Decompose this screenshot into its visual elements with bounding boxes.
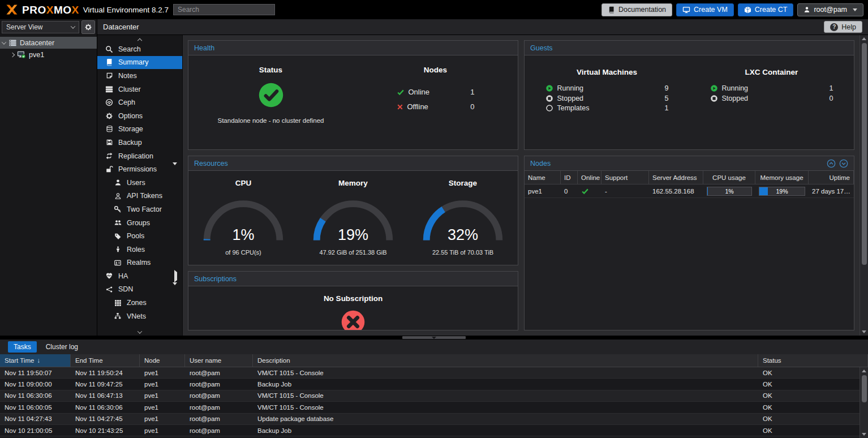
help-button[interactable]: ? Help <box>824 21 862 33</box>
panel-splitter[interactable] <box>0 336 868 340</box>
menu-scroll-up[interactable] <box>97 35 182 42</box>
scroll-thumb[interactable] <box>862 43 867 265</box>
tasks-col-user-name[interactable]: User name <box>185 354 253 367</box>
cross-icon <box>397 104 403 110</box>
tasks-col-end-time[interactable]: End Time <box>71 354 140 367</box>
guest-row-label: Templates <box>557 104 590 112</box>
tasks-panel: TasksCluster log Start Time↓End TimeNode… <box>0 340 868 438</box>
task-cell: Nov 10 21:00:05 <box>0 425 71 436</box>
menu-item-realms[interactable]: Realms <box>97 256 182 270</box>
menu-item-cluster[interactable]: Cluster <box>97 83 182 96</box>
main-scrollbar[interactable] <box>860 35 868 336</box>
menu-item-ceph[interactable]: Ceph <box>97 96 182 109</box>
menu-item-groups[interactable]: Groups <box>97 216 182 230</box>
create-ct-button[interactable]: Create CT <box>738 3 794 16</box>
task-row[interactable]: Nov 11 19:50:07Nov 11 19:50:24pve1root@p… <box>0 367 860 379</box>
task-cell: Nov 11 19:50:24 <box>71 367 140 378</box>
nodes-col-uptime[interactable]: Uptime <box>809 171 854 184</box>
nodes-col-memory-usage[interactable]: Memory usage <box>755 171 809 184</box>
menu-item-search[interactable]: Search <box>97 42 182 56</box>
create-vm-button[interactable]: Create VM <box>676 3 734 16</box>
nodes-panel-tools <box>827 159 848 168</box>
gauge-percent: 19% <box>308 226 398 244</box>
user-menu-button[interactable]: root@pam <box>797 3 863 16</box>
menu-scroll-down[interactable] <box>97 328 182 336</box>
tasks-col-status[interactable]: Status <box>758 354 868 367</box>
user-label: root@pam <box>814 6 847 14</box>
collapse-up-icon[interactable] <box>827 159 836 168</box>
nodes-col-server-address[interactable]: Server Address <box>649 171 703 184</box>
menu-item-label: HA <box>118 272 128 280</box>
nodes-panel-header: Nodes <box>525 156 854 171</box>
nodes-col-id[interactable]: ID <box>561 171 578 184</box>
scroll-up-arrow[interactable] <box>860 35 868 42</box>
tree-item-datacenter[interactable]: Datacenter <box>0 37 97 49</box>
nodes-row-pve1[interactable]: pve10-162.55.28.1681%19%27 days 17… <box>525 184 854 198</box>
task-row[interactable]: Nov 11 09:00:00Nov 11 09:47:25pve1root@p… <box>0 379 860 390</box>
task-cell: VM/CT 1015 - Console <box>253 367 758 378</box>
tab-cluster-log[interactable]: Cluster log <box>40 341 84 353</box>
gear-icon <box>84 23 92 31</box>
menu-item-ha[interactable]: HA <box>97 269 182 283</box>
user-o-icon <box>113 192 122 200</box>
menu-item-two-factor[interactable]: Two Factor <box>97 203 182 216</box>
tasks-col-node[interactable]: Node <box>140 354 185 367</box>
guest-group-lxc-container: LXC ContainerRunning1Stopped0 <box>710 68 833 149</box>
nodes-col-support[interactable]: Support <box>601 171 649 184</box>
task-row[interactable]: Nov 11 04:27:43Nov 11 04:27:45pve1root@p… <box>0 414 860 425</box>
template-icon <box>545 104 553 112</box>
menu-item-options[interactable]: Options <box>97 109 182 123</box>
collapse-down-icon[interactable] <box>839 159 848 168</box>
guest-group-virtual-machines: Virtual MachinesRunning9Stopped5Template… <box>545 68 669 149</box>
documentation-button[interactable]: Documentation <box>601 3 672 16</box>
nodes-col-online[interactable]: Online <box>578 171 601 184</box>
tasks-scroll-thumb[interactable] <box>862 375 867 402</box>
menu-item-summary[interactable]: Summary <box>97 56 182 70</box>
guest-row-label: Running <box>557 84 584 92</box>
nodes-panel: Nodes NameIDOnlineSupportServer AddressC… <box>524 156 854 330</box>
grid-icon <box>113 299 122 307</box>
menu-item-permissions[interactable]: Permissions <box>97 162 182 176</box>
task-row[interactable]: Nov 11 06:00:05Nov 11 06:30:06pve1root@p… <box>0 402 860 413</box>
nodes-table-header: NameIDOnlineSupportServer AddressCPU usa… <box>525 171 854 184</box>
menu-item-replication[interactable]: Replication <box>97 149 182 163</box>
menu-item-roles[interactable]: Roles <box>97 243 182 256</box>
tasks-scrollbar[interactable] <box>860 367 868 438</box>
tasks-col-start-time[interactable]: Start Time↓ <box>0 354 71 367</box>
menu-item-users[interactable]: Users <box>97 176 182 190</box>
tree-item-pve1[interactable]: pve1 <box>0 49 97 61</box>
tasks-scroll-down-arrow[interactable] <box>860 431 868 438</box>
tasks-col-description[interactable]: Description <box>253 354 758 367</box>
scroll-track[interactable] <box>860 42 868 328</box>
guest-row-stopped: Stopped0 <box>710 95 833 102</box>
nodes-col-cpu-usage[interactable]: CPU usage <box>703 171 755 184</box>
tree-settings-button[interactable] <box>81 20 95 34</box>
menu-item-zones[interactable]: Zones <box>97 296 182 310</box>
task-cell: OK <box>758 414 860 424</box>
gauge-storage: Storage32%22.55 TiB of 70.03 TiB <box>418 179 508 265</box>
menu-item-storage[interactable]: Storage <box>97 123 182 136</box>
menu-item-label: Pools <box>127 232 144 240</box>
guests-panel-header: Guests <box>525 41 854 55</box>
health-panel-header: Health <box>188 41 518 55</box>
menu-item-backup[interactable]: Backup <box>97 136 182 149</box>
view-select[interactable]: Server View <box>2 21 79 33</box>
menu-item-sdn[interactable]: SDN <box>97 283 182 297</box>
scroll-down-arrow[interactable] <box>860 328 868 336</box>
global-search-input[interactable] <box>173 4 275 15</box>
nodes-col-name[interactable]: Name <box>525 171 561 184</box>
chevron-down-icon <box>71 24 75 28</box>
tasks-scroll-up-arrow[interactable] <box>860 367 868 375</box>
menu-item-api-tokens[interactable]: API Tokens <box>97 190 182 203</box>
tab-tasks[interactable]: Tasks <box>8 341 37 353</box>
menu-item-pools[interactable]: Pools <box>97 229 182 243</box>
sitemap-icon <box>113 312 122 320</box>
menu-item-vnets[interactable]: VNets <box>97 310 182 323</box>
tasks-scroll-track[interactable] <box>860 375 868 431</box>
chevron-down-icon <box>2 40 6 44</box>
splitter-handle[interactable] <box>402 336 466 339</box>
menu-item-notes[interactable]: Notes <box>97 69 182 83</box>
task-row[interactable]: Nov 11 06:30:06Nov 11 06:47:13pve1root@p… <box>0 390 860 402</box>
chevron-down-icon <box>853 8 857 11</box>
task-row[interactable]: Nov 10 21:00:05Nov 10 21:43:25pve1root@p… <box>0 425 860 436</box>
